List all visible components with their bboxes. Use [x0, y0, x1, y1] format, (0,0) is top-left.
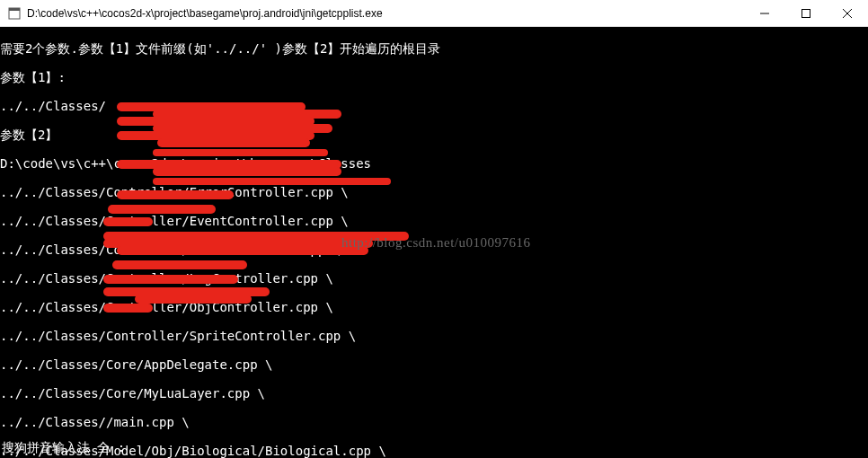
redaction-mark — [117, 190, 234, 199]
app-icon — [7, 6, 22, 21]
svg-rect-3 — [802, 9, 810, 17]
window-controls — [744, 0, 868, 26]
titlebar: D:\code\vs\c++\cocos2d-x\project\basegam… — [0, 0, 868, 27]
console-line: 参数【1】: — [0, 70, 868, 84]
redaction-mark — [157, 138, 310, 147]
redaction-mark — [103, 275, 238, 284]
redaction-mark — [153, 167, 341, 176]
redaction-mark — [153, 178, 391, 185]
redaction-mark — [112, 260, 247, 269]
console-line: ../../Classes//main.cpp \ — [0, 415, 868, 429]
redaction-mark — [108, 205, 216, 214]
watermark-text: http://blog.csdn.net/u010097616 — [341, 235, 531, 250]
redaction-mark — [135, 295, 252, 304]
window-title: D:\code\vs\c++\cocos2d-x\project\basegam… — [27, 7, 744, 20]
redaction-mark — [103, 304, 153, 313]
close-button[interactable] — [827, 0, 868, 26]
svg-rect-1 — [9, 8, 20, 11]
redaction-mark — [103, 217, 153, 226]
console-output: 需要2个参数.参数【1】文件前缀(如'../../' )参数【2】开始遍历的根目… — [0, 27, 868, 458]
ime-status: 搜狗拼音输入法 全 : — [0, 440, 125, 458]
console-line: 需要2个参数.参数【1】文件前缀(如'../../' )参数【2】开始遍历的根目… — [0, 41, 868, 56]
console-line: ../../Classes/Model/Obj/Biological/Biolo… — [0, 444, 868, 458]
minimize-button[interactable] — [744, 0, 785, 26]
redaction-mark — [153, 149, 328, 156]
console-line: ../../Classes/Core/AppDelegate.cpp \ — [0, 357, 868, 372]
console-line: ../../Classes/Controller/SpriteControlle… — [0, 329, 868, 343]
redaction-mark — [117, 246, 368, 255]
console-line: ../../Classes/Core/MyLuaLayer.cpp \ — [0, 386, 868, 401]
maximize-button[interactable] — [785, 0, 827, 26]
